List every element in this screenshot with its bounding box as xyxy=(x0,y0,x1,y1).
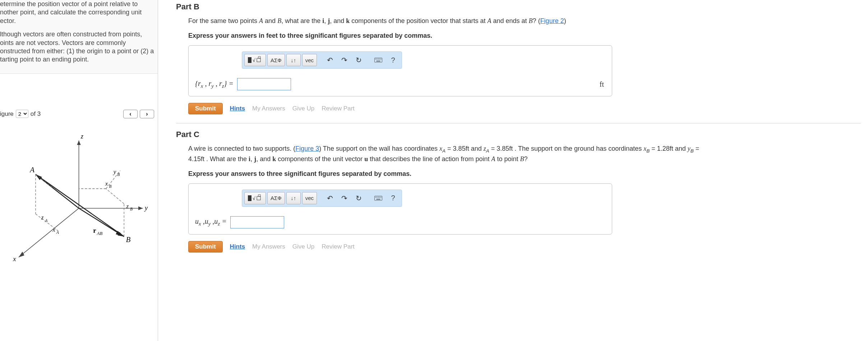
part-b-unit: ft xyxy=(600,80,604,88)
svg-line-2 xyxy=(19,208,79,257)
figure-count: of 3 xyxy=(31,110,41,118)
part-c-title: Part C xyxy=(176,130,861,139)
sidebar: etermine the position vector of a point … xyxy=(0,0,158,341)
part-c-toolbar: √ ΑΣФ ↓↑ vec ↶ ↷ ↻ ? xyxy=(242,190,402,207)
part-b-answer-input[interactable] xyxy=(237,78,291,90)
templates-button[interactable]: √ xyxy=(244,54,266,66)
my-answers-link[interactable]: My Answers xyxy=(252,243,285,250)
undo-button[interactable]: ↶ xyxy=(323,54,336,66)
reset-button[interactable]: ↻ xyxy=(352,192,365,204)
undo-button[interactable]: ↶ xyxy=(323,192,336,204)
svg-rect-48 xyxy=(377,197,377,197)
part-b-variable-label: {rx , ry , rz} = xyxy=(195,79,234,89)
svg-rect-46 xyxy=(374,196,382,200)
give-up-link[interactable]: Give Up xyxy=(292,105,314,112)
svg-rect-41 xyxy=(377,61,380,62)
redo-button[interactable]: ↷ xyxy=(338,54,351,66)
svg-rect-47 xyxy=(375,197,376,197)
svg-rect-51 xyxy=(380,197,381,197)
svg-rect-50 xyxy=(379,197,380,197)
figure-select[interactable]: 2 xyxy=(16,110,28,118)
figure-2-link[interactable]: Figure 2 xyxy=(540,17,564,24)
greek-button[interactable]: ΑΣФ xyxy=(267,54,285,66)
undo-icon: ↶ xyxy=(327,56,333,64)
part-b-instruction: Express your answers in feet to three si… xyxy=(188,32,861,40)
svg-text:x: x xyxy=(105,180,108,187)
svg-text:x: x xyxy=(52,226,55,233)
svg-rect-39 xyxy=(379,59,380,60)
svg-marker-3 xyxy=(77,140,80,145)
review-part-link[interactable]: Review Part xyxy=(322,243,355,250)
svg-rect-34 xyxy=(258,56,260,58)
vec-button[interactable]: vec xyxy=(302,54,317,66)
figure-nav: igure 2 of 3 ‹ › xyxy=(0,106,158,122)
part-c-answer-box: √ ΑΣФ ↓↑ vec ↶ ↷ ↻ ? ux ,uy ,uz = xyxy=(188,183,612,235)
vector-diagram-svg: z y x A B zA xA xB yB zB rAB xyxy=(4,129,154,265)
part-c-prompt: A wire is connected to two supports. (Fi… xyxy=(188,144,716,164)
keyboard-icon xyxy=(374,58,382,63)
vec-button[interactable]: vec xyxy=(302,192,317,204)
section-divider xyxy=(176,123,861,123)
part-b-prompt: For the same two points A and B, what ar… xyxy=(188,17,861,26)
template-icon: √ xyxy=(248,194,263,202)
point-a-label: A xyxy=(29,165,34,174)
intro-paragraph-2: lthough vectors are often constructed fr… xyxy=(0,30,155,64)
svg-rect-45 xyxy=(258,195,260,196)
my-answers-link[interactable]: My Answers xyxy=(252,105,285,112)
next-figure-button[interactable]: › xyxy=(140,110,154,118)
chevron-right-icon: › xyxy=(146,111,148,117)
subscript-superscript-button[interactable]: ↓↑ xyxy=(286,54,301,66)
submit-button[interactable]: Submit xyxy=(188,103,223,114)
greek-button[interactable]: ΑΣФ xyxy=(267,192,285,204)
axis-y-label: y xyxy=(144,204,148,212)
template-icon: √ xyxy=(248,56,263,64)
svg-text:A: A xyxy=(56,230,59,235)
hints-link[interactable]: Hints xyxy=(230,243,245,250)
keyboard-button[interactable] xyxy=(371,192,385,204)
svg-marker-4 xyxy=(138,206,143,210)
redo-icon: ↷ xyxy=(341,194,347,203)
reset-icon: ↻ xyxy=(356,194,362,203)
main-content: Part B For the same two points A and B, … xyxy=(158,0,868,341)
review-part-link[interactable]: Review Part xyxy=(322,105,355,112)
svg-rect-35 xyxy=(374,58,382,62)
svg-rect-38 xyxy=(378,59,379,60)
part-c-answer-input[interactable] xyxy=(230,216,284,228)
svg-marker-5 xyxy=(19,251,24,257)
svg-text:A: A xyxy=(45,218,48,222)
submit-button[interactable]: Submit xyxy=(188,241,223,253)
part-b-title: Part B xyxy=(176,2,861,12)
svg-rect-52 xyxy=(377,199,380,200)
figure-3-link[interactable]: Figure 3 xyxy=(295,145,319,152)
subscript-superscript-button[interactable]: ↓↑ xyxy=(286,192,301,204)
give-up-link[interactable]: Give Up xyxy=(292,243,314,250)
templates-button[interactable]: √ xyxy=(244,192,266,204)
svg-text:z: z xyxy=(41,214,44,221)
prev-figure-button[interactable]: ‹ xyxy=(123,110,138,118)
part-c-input-row: ux ,uy ,uz = xyxy=(195,216,605,228)
redo-button[interactable]: ↷ xyxy=(338,192,351,204)
intro-paragraph-1: etermine the position vector of a point … xyxy=(0,0,155,25)
svg-rect-36 xyxy=(375,59,376,60)
part-c-actions: Submit Hints My Answers Give Up Review P… xyxy=(188,241,861,253)
axis-z-label: z xyxy=(80,132,84,140)
learning-goal-text: etermine the position vector of a point … xyxy=(0,0,158,74)
part-c-variable-label: ux ,uy ,uz = xyxy=(195,217,227,227)
svg-text:y: y xyxy=(113,168,116,175)
help-button[interactable]: ? xyxy=(387,192,400,204)
svg-text:AB: AB xyxy=(97,231,103,236)
part-b-actions: Submit Hints My Answers Give Up Review P… xyxy=(188,103,861,114)
part-c-instruction: Express your answers to three significan… xyxy=(188,170,861,178)
hints-link[interactable]: Hints xyxy=(230,105,245,112)
svg-text:√: √ xyxy=(253,58,255,63)
svg-text:B: B xyxy=(130,207,133,211)
help-button[interactable]: ? xyxy=(387,54,400,66)
svg-rect-40 xyxy=(380,59,381,60)
svg-text:B: B xyxy=(109,184,111,188)
updown-icon: ↓↑ xyxy=(291,195,296,201)
updown-icon: ↓↑ xyxy=(291,57,296,63)
svg-text:B: B xyxy=(117,172,120,177)
svg-rect-31 xyxy=(248,57,251,63)
reset-button[interactable]: ↻ xyxy=(352,54,365,66)
keyboard-button[interactable] xyxy=(371,54,385,66)
